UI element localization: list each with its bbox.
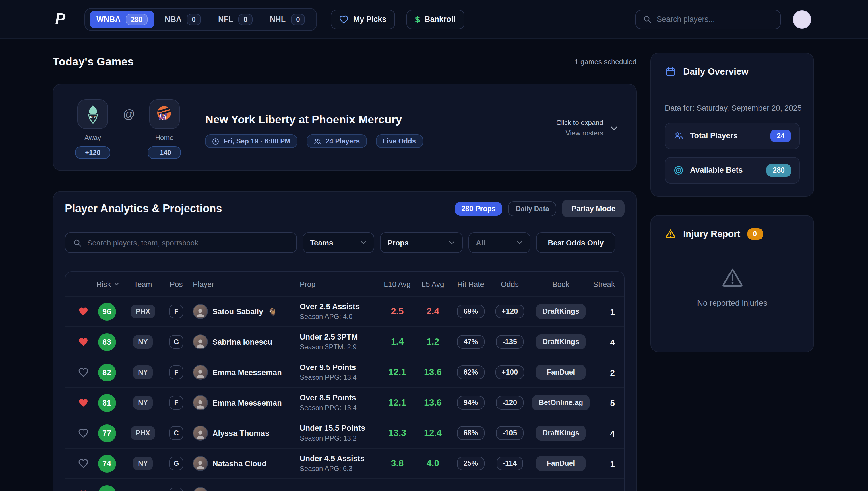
player-suffix-emoji: 🐐 — [268, 307, 277, 316]
favorite-heart-icon[interactable] — [78, 489, 88, 491]
search-icon — [73, 238, 82, 247]
l10-avg-value: 1.4 — [391, 337, 404, 347]
risk-score: 81 — [98, 394, 116, 411]
position-badge — [169, 487, 183, 491]
l10-avg-value: 2.5 — [391, 306, 404, 317]
player-avatar — [193, 335, 208, 349]
season-stat: Season APG: 4.0 — [300, 313, 352, 321]
position-badge: G — [169, 335, 183, 349]
teams-filter-dropdown[interactable]: Teams — [302, 232, 374, 253]
odds-pill[interactable]: -120 — [496, 396, 523, 409]
global-search — [635, 9, 781, 29]
season-stat: Season PPG: 13.2 — [300, 434, 357, 442]
col-l5: L5 Avg — [415, 280, 451, 288]
daily-data-pill[interactable]: Daily Data — [508, 201, 557, 216]
table-body: 96 PHX F Satou Sabally 🐐 Over 2.5 Assist… — [65, 296, 624, 491]
favorite-heart-icon[interactable] — [78, 367, 88, 377]
users-icon — [314, 137, 322, 145]
position-badge: F — [169, 305, 183, 318]
clock-icon — [212, 137, 220, 145]
tab-nfl-count: 0 — [238, 13, 252, 25]
odds-pill[interactable]: +120 — [495, 305, 524, 318]
home-odds-pill[interactable]: -140 — [148, 146, 181, 159]
table-row[interactable]: 83 NY G Sabrina Ionescu Under 2.5 3PTM S… — [65, 327, 624, 357]
games-scheduled-text: 1 games scheduled — [574, 58, 636, 66]
away-odds-pill[interactable]: +120 — [75, 146, 110, 159]
table-row[interactable]: 82 NY F Emma Meesseman Over 9.5 Points S… — [65, 357, 624, 388]
parlay-mode-button[interactable]: Parlay Mode — [562, 200, 625, 218]
home-label: Home — [155, 134, 174, 142]
props-filter-dropdown[interactable]: Props — [380, 232, 463, 253]
col-risk[interactable]: Risk — [91, 280, 123, 288]
col-hitrate: Hit Rate — [451, 280, 491, 288]
warning-triangle-icon — [665, 229, 676, 239]
tab-nhl[interactable]: NHL 0 — [263, 10, 312, 28]
season-stat: Season PPG: 13.4 — [300, 404, 357, 412]
tab-nfl-label: NFL — [218, 15, 233, 24]
team-badge: PHX — [131, 305, 155, 318]
table-search-input[interactable] — [87, 238, 289, 247]
tab-nfl[interactable]: NFL 0 — [211, 10, 260, 28]
tab-nba[interactable]: NBA 0 — [158, 10, 208, 28]
table-row[interactable]: 96 PHX F Satou Sabally 🐐 Over 2.5 Assist… — [65, 296, 624, 327]
hit-rate-pill: 69% — [457, 305, 484, 318]
favorite-heart-icon[interactable] — [78, 398, 88, 408]
favorite-heart-icon[interactable] — [78, 458, 88, 469]
app-root: P WNBA 280 NBA 0 NFL 0 NHL 0 My Pi — [0, 0, 868, 491]
bankroll-button[interactable]: $ Bankroll — [406, 9, 464, 29]
dollar-icon: $ — [415, 15, 420, 24]
odds-pill[interactable]: -135 — [496, 335, 523, 349]
page-title: Today's Games — [53, 56, 134, 68]
table-row[interactable]: 74 NY G Natasha Cloud Under 4.5 Assists … — [65, 449, 624, 479]
tab-wnba[interactable]: WNBA 280 — [89, 10, 155, 28]
prop-label: Over 8.5 Points — [300, 394, 356, 402]
player-name: Emma Meesseman — [212, 398, 282, 407]
player-avatar — [193, 456, 208, 471]
total-players-label: Total Players — [690, 132, 738, 140]
sportsbook-badge: DraftKings — [536, 426, 586, 440]
global-search-input[interactable] — [657, 15, 773, 24]
odds-pill[interactable]: +100 — [495, 365, 524, 379]
team-badge: NY — [133, 396, 153, 409]
all-filter-dropdown[interactable]: All — [468, 232, 531, 253]
streak-value: 1 — [610, 459, 615, 468]
my-picks-button[interactable]: My Picks — [331, 9, 395, 29]
streak-value: 4 — [610, 337, 615, 347]
favorite-heart-icon[interactable] — [78, 337, 88, 347]
expand-control[interactable]: Click to expand View rosters — [556, 119, 619, 137]
best-odds-button[interactable]: Best Odds Only — [536, 232, 616, 253]
favorite-heart-icon[interactable] — [78, 428, 88, 438]
props-count-pill[interactable]: 280 Props — [454, 202, 503, 215]
game-card[interactable]: N Y Away +120 @ M — [53, 84, 636, 171]
col-odds: Odds — [491, 280, 529, 288]
table-row[interactable]: 81 NY F Emma Meesseman Over 8.5 Points S… — [65, 388, 624, 418]
season-stat: Season APG: 6.3 — [300, 465, 352, 473]
streak-value: 1 — [610, 307, 615, 316]
tab-nhl-label: NHL — [270, 15, 286, 24]
sportsbook-badge: DraftKings — [536, 304, 586, 319]
favorite-heart-icon[interactable] — [78, 306, 88, 317]
available-bets-value: 280 — [766, 164, 791, 177]
analytics-title: Player Analytics & Projections — [65, 202, 222, 215]
game-datetime-badge: Fri, Sep 19 · 6:00 PM — [205, 134, 297, 148]
prop-label: Under 4.5 Assists — [300, 454, 364, 463]
season-stat: Season 3PTM: 2.9 — [300, 343, 357, 351]
hit-rate-pill: 82% — [457, 365, 484, 379]
total-players-stat: Total Players 24 — [665, 123, 800, 149]
l5-avg-value: 4.0 — [427, 458, 439, 469]
analytics-card: Player Analytics & Projections 280 Props… — [53, 191, 636, 491]
chevron-down-icon — [449, 239, 455, 246]
hit-rate-pill: 94% — [457, 396, 484, 409]
app-logo: P — [55, 10, 65, 28]
odds-pill[interactable]: -105 — [496, 426, 523, 440]
streak-value: 4 — [610, 428, 615, 438]
props-table: Risk Team Pos Player Prop L10 Avg L5 Avg… — [65, 271, 625, 491]
search-icon — [643, 15, 652, 24]
odds-pill[interactable]: -114 — [496, 457, 523, 470]
user-avatar[interactable] — [793, 10, 811, 28]
injury-count-badge: 0 — [747, 228, 763, 240]
position-badge: G — [169, 457, 183, 470]
table-row[interactable]: Over 4.5 Rebounds 5.6 6.4 — [65, 479, 624, 491]
table-row[interactable]: 77 PHX C Alyssa Thomas Under 15.5 Points… — [65, 418, 624, 449]
streak-value: 5 — [610, 398, 615, 408]
